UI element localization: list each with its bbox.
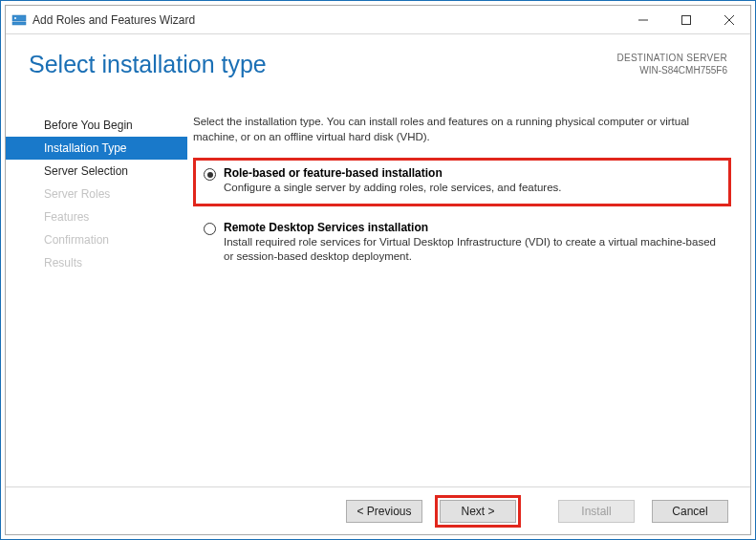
step-confirmation: Confirmation bbox=[6, 228, 187, 251]
maximize-button[interactable] bbox=[664, 6, 707, 33]
window-controls bbox=[621, 6, 750, 33]
previous-button[interactable]: < Previous bbox=[346, 500, 422, 523]
option-rds[interactable]: Remote Desktop Services installation Ins… bbox=[193, 212, 731, 275]
outer-frame: Add Roles and Features Wizard Select ins… bbox=[0, 0, 756, 540]
page-title: Select installation type bbox=[29, 52, 267, 78]
close-button[interactable] bbox=[707, 6, 750, 33]
wizard-steps-sidebar: Before You Begin Installation Type Serve… bbox=[6, 110, 187, 486]
next-wrap: Next > bbox=[435, 495, 521, 528]
dialog-window: Add Roles and Features Wizard Select ins… bbox=[5, 5, 751, 535]
install-button: Install bbox=[558, 500, 635, 523]
radio-rds[interactable] bbox=[204, 223, 216, 235]
option-desc: Install required role services for Virtu… bbox=[224, 235, 721, 265]
cancel-wrap: Cancel bbox=[647, 495, 733, 528]
server-manager-icon bbox=[11, 12, 27, 28]
svg-rect-1 bbox=[12, 22, 26, 25]
destination-info: DESTINATION SERVER WIN-S84CMH755F6 bbox=[616, 52, 727, 76]
option-text: Role-based or feature-based installation… bbox=[224, 166, 721, 196]
minimize-button[interactable] bbox=[621, 6, 664, 33]
destination-value: WIN-S84CMH755F6 bbox=[616, 64, 727, 76]
step-results: Results bbox=[6, 251, 187, 274]
step-features: Features bbox=[6, 205, 187, 228]
install-wrap: Install bbox=[553, 495, 639, 528]
header: Select installation type DESTINATION SER… bbox=[6, 34, 750, 109]
destination-label: DESTINATION SERVER bbox=[616, 52, 727, 64]
option-title: Role-based or feature-based installation bbox=[224, 166, 721, 180]
step-before-you-begin[interactable]: Before You Begin bbox=[6, 114, 187, 137]
main-panel: Select the installation type. You can in… bbox=[187, 110, 750, 486]
svg-rect-4 bbox=[681, 15, 690, 24]
step-installation-type[interactable]: Installation Type bbox=[6, 137, 187, 160]
option-role-based[interactable]: Role-based or feature-based installation… bbox=[193, 158, 731, 206]
step-server-roles: Server Roles bbox=[6, 183, 187, 205]
step-server-selection[interactable]: Server Selection bbox=[6, 160, 187, 183]
radio-role-based[interactable] bbox=[204, 168, 216, 181]
svg-point-2 bbox=[14, 17, 16, 19]
option-title: Remote Desktop Services installation bbox=[224, 221, 721, 234]
body: Before You Begin Installation Type Serve… bbox=[6, 109, 750, 486]
option-desc: Configure a single server by adding role… bbox=[224, 181, 721, 196]
next-button[interactable]: Next > bbox=[440, 500, 516, 523]
window-title: Add Roles and Features Wizard bbox=[32, 13, 195, 27]
option-text: Remote Desktop Services installation Ins… bbox=[224, 221, 721, 265]
titlebar: Add Roles and Features Wizard bbox=[6, 6, 750, 34]
intro-text: Select the installation type. You can in… bbox=[193, 114, 731, 144]
cancel-button[interactable]: Cancel bbox=[652, 500, 728, 523]
footer: < Previous Next > Install Cancel bbox=[6, 486, 750, 534]
previous-wrap: < Previous bbox=[341, 495, 427, 528]
